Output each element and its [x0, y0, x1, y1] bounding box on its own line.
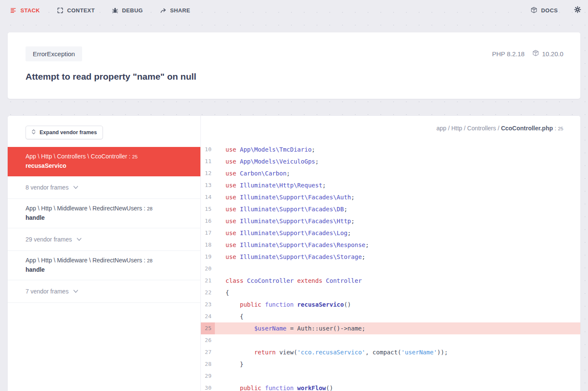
code-line: 24 { — [201, 310, 580, 322]
stack-frames-panel: Expand vendor frames App \ Http \ Contro… — [8, 116, 201, 391]
line-number: 24 — [201, 310, 215, 322]
frame-line-number: 28 — [147, 258, 153, 263]
php-version: PHP 8.2.18 — [492, 50, 525, 58]
vendor-frames-toggle[interactable]: 7 vendor frames — [8, 280, 200, 303]
code-text: use Illuminate\Support\Facades\Auth; — [215, 191, 580, 203]
docs-link[interactable]: DOCS — [531, 7, 558, 14]
stack-icon — [10, 7, 17, 14]
stack-frame[interactable]: App \ Http \ Controllers \ CcoController… — [8, 147, 200, 176]
error-message: Attempt to read property "name" on null — [26, 72, 563, 82]
frame-line-number: 28 — [147, 206, 153, 211]
vendor-frames-toggle[interactable]: 29 vendor frames — [8, 228, 200, 251]
code-line: 17use Illuminate\Support\Facades\Log; — [201, 227, 580, 239]
unfold-icon — [31, 129, 36, 136]
line-number: 30 — [201, 382, 215, 391]
share-icon — [160, 7, 166, 14]
line-number: 22 — [201, 287, 215, 299]
code-text: use Illuminate\Support\Facades\Response; — [215, 239, 580, 251]
code-line: 28 } — [201, 358, 580, 370]
stack-frame[interactable]: App \ Http \ Middleware \ RedirectNewUse… — [8, 199, 200, 228]
line-number: 11 — [201, 155, 215, 167]
frame-method: recusaServico — [26, 161, 183, 170]
line-number: 17 — [201, 227, 215, 239]
error-card: ErrorException PHP 8.2.18 10.20.0 Attemp… — [8, 32, 580, 99]
chevron-down-icon — [73, 288, 79, 296]
expand-vendor-frames-label: Expand vendor frames — [40, 129, 97, 135]
code-line: 26 — [201, 334, 580, 346]
code-line: 29 — [201, 370, 580, 382]
tab-debug[interactable]: DEBUG — [112, 7, 143, 14]
vendor-frames-label: 7 vendor frames — [26, 288, 69, 295]
code-text: use Carbon\Carbon; — [215, 167, 580, 179]
vendor-frames-toggle[interactable]: 8 vendor frames — [8, 176, 200, 199]
code-text: class CcoController extends Controller — [215, 275, 580, 287]
code-text: use Illuminate\Support\Facades\DB; — [215, 203, 580, 215]
code-line: 12use Carbon\Carbon; — [201, 167, 580, 179]
breadcrumb-colon: : — [553, 125, 558, 132]
breadcrumb-segment: Controllers / — [467, 125, 501, 132]
tab-share-label: SHARE — [170, 7, 191, 14]
code-viewer: 10use App\Models\TmcDiario;11use App\Mod… — [201, 141, 580, 391]
frame-path: App \ Http \ Middleware \ RedirectNewUse… — [26, 204, 183, 213]
docs-label: DOCS — [541, 7, 558, 14]
line-number: 12 — [201, 167, 215, 179]
line-number: 14 — [201, 191, 215, 203]
laravel-version: 10.20.0 — [532, 50, 563, 58]
code-text — [215, 370, 580, 382]
code-text — [215, 263, 580, 275]
debug-icon — [112, 7, 118, 14]
tab-share[interactable]: SHARE — [160, 7, 191, 14]
chevron-down-icon — [76, 236, 82, 244]
vendor-frames-label: 29 vendor frames — [26, 236, 72, 243]
expand-vendor-frames-button[interactable]: Expand vendor frames — [26, 126, 103, 139]
stack-card: Expand vendor frames App \ Http \ Contro… — [8, 116, 580, 391]
breadcrumb-file: CcoController.php — [501, 125, 553, 132]
code-line: 11use App\Models\VeiculoGps; — [201, 155, 580, 167]
line-number: 26 — [201, 334, 215, 346]
code-line: 30 public function workFlow() — [201, 382, 580, 391]
code-text — [215, 334, 580, 346]
laravel-version-number: 10.20.0 — [542, 50, 563, 58]
tab-stack[interactable]: STACK — [10, 7, 40, 14]
line-number: 13 — [201, 179, 215, 191]
frame-method: handle — [26, 213, 183, 222]
code-line: 25 $userName = Auth::user()->name; — [201, 322, 580, 334]
line-number: 20 — [201, 263, 215, 275]
line-number: 23 — [201, 299, 215, 310]
code-line: 18use Illuminate\Support\Facades\Respons… — [201, 239, 580, 251]
code-text: use Illuminate\Support\Facades\Storage; — [215, 251, 580, 263]
code-line: 27 return view('cco.recusaServico', comp… — [201, 346, 580, 358]
code-line: 21class CcoController extends Controller — [201, 275, 580, 287]
code-line: 13use Illuminate\Http\Request; — [201, 179, 580, 191]
tab-context[interactable]: CONTEXT — [57, 7, 95, 14]
line-number: 29 — [201, 370, 215, 382]
code-text: use Illuminate\Http\Request; — [215, 179, 580, 191]
gear-icon — [574, 6, 581, 14]
frame-class-path: App \ Http \ Controllers \ CcoController… — [26, 153, 132, 160]
code-line: 23 public function recusaServico() — [201, 299, 580, 310]
topbar: STACK CONTEXT — [0, 0, 588, 20]
line-number: 19 — [201, 251, 215, 263]
code-line: 10use App\Models\TmcDiario; — [201, 144, 580, 155]
code-text: use App\Models\VeiculoGps; — [215, 155, 580, 167]
tab-stack-label: STACK — [20, 7, 40, 14]
code-panel: app / Http / Controllers / CcoController… — [201, 116, 580, 391]
code-text: { — [215, 287, 580, 299]
code-line: 14use Illuminate\Support\Facades\Auth; — [201, 191, 580, 203]
line-number: 16 — [201, 215, 215, 227]
vendor-frames-label: 8 vendor frames — [26, 184, 69, 191]
breadcrumb[interactable]: app / Http / Controllers / CcoController… — [437, 125, 563, 132]
line-number: 10 — [201, 144, 215, 155]
tab-debug-label: DEBUG — [122, 7, 143, 14]
code-text: $userName = Auth::user()->name; — [215, 322, 580, 334]
code-line: 15use Illuminate\Support\Facades\DB; — [201, 203, 580, 215]
laravel-icon — [531, 7, 537, 14]
settings-button[interactable] — [574, 6, 581, 14]
runtime-versions: PHP 8.2.18 10.20.0 — [492, 50, 564, 58]
code-text: public function recusaServico() — [215, 299, 580, 310]
breadcrumb-line-number: 25 — [558, 126, 563, 131]
frame-path: App \ Http \ Controllers \ CcoController… — [26, 152, 183, 161]
chevron-down-icon — [73, 184, 79, 192]
stack-frame[interactable]: App \ Http \ Middleware \ RedirectNewUse… — [8, 251, 200, 280]
frame-method: handle — [26, 265, 183, 274]
